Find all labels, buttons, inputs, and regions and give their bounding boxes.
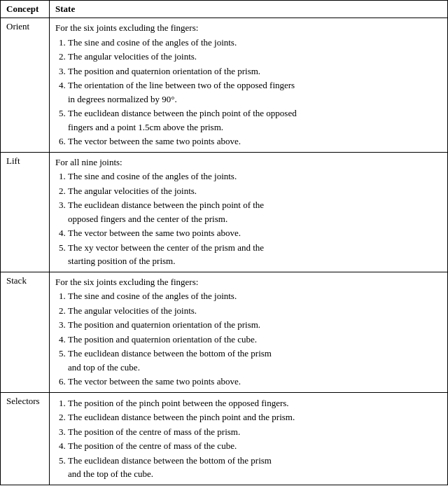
list-item: The position of the centre of mass of th… — [68, 439, 442, 453]
table-row: SelectorsThe position of the pinch point… — [1, 392, 448, 485]
table-row: OrientFor the six joints excluding the f… — [1, 18, 448, 153]
list-item: The position of the centre of mass of th… — [68, 425, 442, 439]
list-item: The euclidean distance between the botto… — [68, 454, 442, 481]
header-state: State — [50, 1, 448, 18]
state-cell: For all nine joints:The sine and cosine … — [50, 152, 448, 272]
state-cell: The position of the pinch point between … — [50, 392, 448, 485]
list-item: The position of the pinch point between … — [68, 396, 442, 410]
list-item: The position and quaternion orientation … — [68, 333, 442, 347]
list-item: The position and quaternion orientation … — [68, 64, 442, 78]
list-item: The angular velocities of the joints. — [68, 304, 442, 318]
list-item: The orientation of the line between two … — [68, 78, 442, 106]
concept-cell: Selectors — [1, 392, 50, 485]
list-item: The position and quaternion orientation … — [68, 318, 442, 332]
concept-cell: Lift — [1, 152, 50, 272]
list-item: The euclidean distance between the pinch… — [68, 410, 442, 424]
state-intro: For all nine joints: — [55, 155, 442, 169]
concept-cell: Orient — [1, 18, 50, 153]
state-intro: For the six joints excluding the fingers… — [55, 275, 442, 289]
table-row: LiftFor all nine joints:The sine and cos… — [1, 152, 448, 272]
concept-cell: Stack — [1, 272, 50, 392]
state-cell: For the six joints excluding the fingers… — [50, 18, 448, 153]
list-item: The sine and cosine of the angles of the… — [68, 289, 442, 303]
header-concept: Concept — [1, 1, 50, 18]
list-item: The vector between the same two points a… — [68, 226, 442, 240]
list-item: The euclidean distance between the botto… — [68, 347, 442, 374]
list-item: The angular velocities of the joints. — [68, 184, 442, 198]
list-item: The vector between the same two points a… — [68, 134, 442, 148]
main-table: Concept State OrientFor the six joints e… — [0, 0, 448, 485]
list-item: The euclidean distance between the pinch… — [68, 106, 442, 134]
list-item: The euclidean distance between the pinch… — [68, 198, 442, 225]
table-row: StackFor the six joints excluding the fi… — [1, 272, 448, 392]
list-item: The xy vector between the center of the … — [68, 241, 442, 268]
list-item: The vector between the same two points a… — [68, 375, 442, 389]
list-item: The sine and cosine of the angles of the… — [68, 169, 442, 183]
list-item: The angular velocities of the joints. — [68, 50, 442, 64]
state-cell: For the six joints excluding the fingers… — [50, 272, 448, 392]
state-intro: For the six joints excluding the fingers… — [55, 21, 442, 35]
list-item: The sine and cosine of the angles of the… — [68, 36, 442, 50]
